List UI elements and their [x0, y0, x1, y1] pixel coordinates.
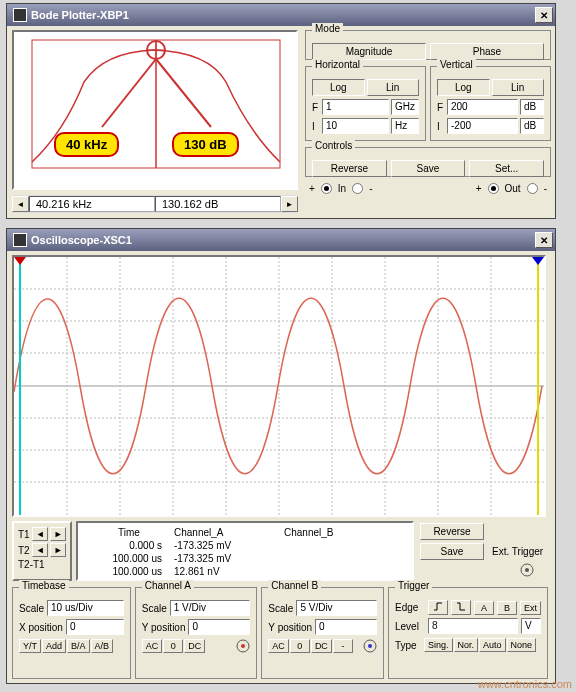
bode-title: Bode Plotter-XBP1 — [31, 9, 535, 21]
level-label: Level — [395, 621, 425, 632]
r2-cha: -173.325 mV — [174, 552, 284, 565]
h-log-button[interactable]: Log — [312, 79, 365, 96]
cha-ac-button[interactable]: AC — [142, 639, 163, 653]
out-neg-label: - — [544, 183, 547, 194]
chb-scale-label: Scale — [268, 603, 293, 614]
bode-window: Bode Plotter-XBP1 ✕ 40 kHz 130 dB ◄ 40.2… — [6, 3, 556, 219]
cursor-selectors: T1 ◄ ► T2 ◄ ► T2-T1 — [12, 521, 72, 581]
mode-label: Mode — [312, 23, 343, 34]
yt-button[interactable]: Y/T — [19, 639, 41, 653]
phase-button[interactable]: Phase — [430, 43, 544, 60]
scroll-left-icon[interactable]: ◄ — [12, 196, 29, 212]
trig-b-button[interactable]: B — [497, 601, 517, 615]
tb-scale-input[interactable]: 10 us/Div — [47, 600, 124, 616]
in-label: In — [338, 183, 346, 194]
edge-fall-button[interactable] — [451, 600, 471, 615]
none-button[interactable]: None — [507, 638, 537, 652]
svg-point-30 — [241, 644, 245, 648]
v-i-input[interactable]: -200 — [447, 118, 518, 134]
out-label: Out — [505, 183, 521, 194]
bode-app-icon — [13, 8, 27, 22]
chb-label: Channel B — [268, 580, 321, 591]
nor-button[interactable]: Nor. — [454, 638, 479, 652]
cha-dc-button[interactable]: DC — [184, 639, 205, 653]
cha-label: Channel A — [142, 580, 194, 591]
level-input[interactable]: 8 — [428, 618, 518, 634]
r1-time: 0.000 s — [84, 539, 174, 552]
cha-jack-icon — [236, 639, 250, 653]
ab-button[interactable]: A/B — [91, 639, 114, 653]
bode-plot[interactable]: 40 kHz 130 dB — [12, 30, 298, 190]
h-i-input[interactable]: 10 — [322, 118, 389, 134]
t2-left-button[interactable]: ◄ — [32, 543, 48, 557]
v-i-unit[interactable]: dB — [520, 118, 544, 134]
in-neg-radio[interactable] — [352, 183, 363, 194]
osc-bottom-controls: Timebase Scale 10 us/Div X position 0 Y/… — [12, 587, 548, 679]
in-neg-label: - — [369, 183, 372, 194]
osc-titlebar[interactable]: Oscilloscope-XSC1 ✕ — [7, 229, 555, 251]
chb-scale-input[interactable]: 5 V/Div — [296, 600, 377, 616]
out-pos-radio[interactable] — [488, 183, 499, 194]
cha-scale-input[interactable]: 1 V/Div — [170, 600, 251, 616]
cha-scale-label: Scale — [142, 603, 167, 614]
t1-right-button[interactable]: ► — [50, 527, 66, 541]
out-neg-radio[interactable] — [527, 183, 538, 194]
ext-trigger-jack-icon — [520, 563, 534, 577]
col-cha: Channel_A — [174, 526, 284, 539]
edge-rise-button[interactable] — [428, 600, 448, 615]
h-i-unit[interactable]: Hz — [391, 118, 419, 134]
xpos-input[interactable]: 0 — [66, 619, 124, 635]
trig-a-button[interactable]: A — [474, 601, 494, 615]
level-unit[interactable]: V — [521, 618, 541, 634]
close-icon[interactable]: ✕ — [535, 232, 553, 248]
trigger-label: Trigger — [395, 580, 432, 591]
sing-button[interactable]: Sing. — [424, 638, 453, 652]
t1-left-button[interactable]: ◄ — [32, 527, 48, 541]
osc-save-button[interactable]: Save — [420, 543, 484, 560]
h-lin-button[interactable]: Lin — [367, 79, 420, 96]
h-f-input[interactable]: 1 — [322, 99, 389, 115]
ba-button[interactable]: B/A — [67, 639, 90, 653]
chb-0-button[interactable]: 0 — [290, 639, 310, 653]
close-icon[interactable]: ✕ — [535, 7, 553, 23]
h-i-label: I — [312, 121, 320, 132]
magnitude-button[interactable]: Magnitude — [312, 43, 426, 60]
bode-controls-panel: Mode Magnitude Phase Horizontal Log Lin … — [305, 30, 551, 214]
bode-titlebar[interactable]: Bode Plotter-XBP1 ✕ — [7, 4, 555, 26]
cha-0-button[interactable]: 0 — [163, 639, 183, 653]
in-pos-radio[interactable] — [321, 183, 332, 194]
scroll-track[interactable]: 40.216 kHz 130.162 dB — [29, 196, 281, 212]
chb-jack-icon — [363, 639, 377, 653]
chb-ac-button[interactable]: AC — [268, 639, 289, 653]
h-f-unit[interactable]: GHz — [391, 99, 419, 115]
v-f-input[interactable]: 200 — [447, 99, 518, 115]
v-f-unit[interactable]: dB — [520, 99, 544, 115]
svg-line-6 — [156, 59, 211, 127]
chb-dc-button[interactable]: DC — [311, 639, 332, 653]
osc-plot[interactable] — [12, 255, 546, 517]
xpos-label: X position — [19, 622, 63, 633]
t2-right-button[interactable]: ► — [50, 543, 66, 557]
v-log-button[interactable]: Log — [437, 79, 490, 96]
chb-minus-button[interactable]: - — [333, 639, 353, 653]
osc-window: Oscilloscope-XSC1 ✕ — [6, 228, 556, 684]
osc-reverse-button[interactable]: Reverse — [420, 523, 484, 540]
tdiff-label: T2-T1 — [18, 559, 66, 570]
svg-point-28 — [525, 568, 529, 572]
save-button[interactable]: Save — [391, 160, 466, 177]
chb-ypos-input[interactable]: 0 — [315, 619, 377, 635]
horizontal-label: Horizontal — [312, 59, 363, 70]
bode-mag-bubble: 130 dB — [172, 132, 239, 157]
edge-label: Edge — [395, 602, 425, 613]
cha-ypos-input[interactable]: 0 — [188, 619, 250, 635]
set-button[interactable]: Set... — [469, 160, 544, 177]
v-f-label: F — [437, 102, 445, 113]
scroll-right-icon[interactable]: ► — [281, 196, 298, 212]
v-lin-button[interactable]: Lin — [492, 79, 545, 96]
add-button[interactable]: Add — [42, 639, 66, 653]
ext-trigger-label: Ext. Trigger — [492, 546, 543, 557]
auto-button[interactable]: Auto — [479, 638, 506, 652]
reverse-button[interactable]: Reverse — [312, 160, 387, 177]
h-f-label: F — [312, 102, 320, 113]
trig-ext-button[interactable]: Ext — [520, 601, 541, 615]
